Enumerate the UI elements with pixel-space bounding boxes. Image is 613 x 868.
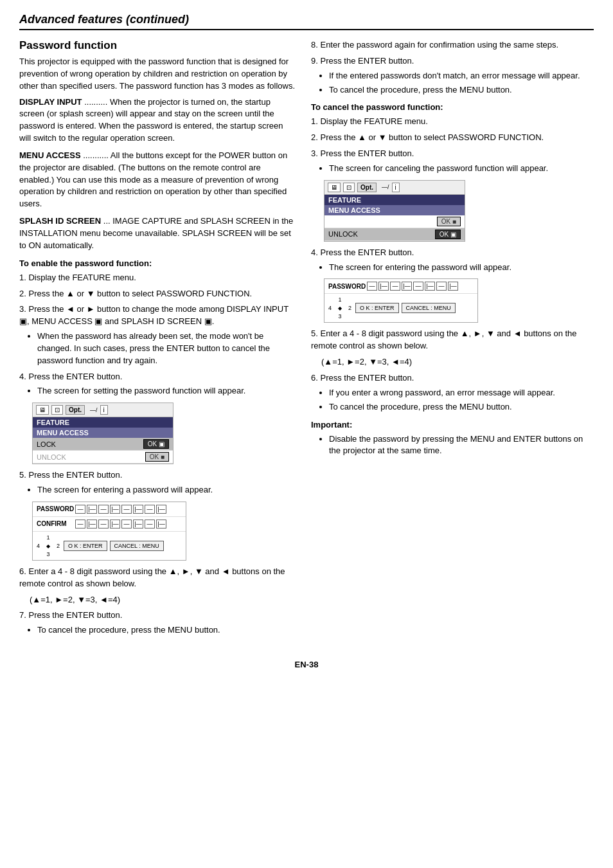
step-3-bullet: When the password has already been set, … (37, 330, 296, 367)
menu-icon-display: 🖥 (36, 405, 49, 415)
cancel-heading: To cancel the password function: (311, 102, 594, 112)
pwd-label-password: PASSWORD (37, 505, 75, 512)
pwd-box-c: |— (402, 282, 412, 291)
step-7-bullet: To cancel the procedure, press the MENU … (37, 624, 296, 637)
pwd-row-password: PASSWORD — |— — |— — |— — |— (33, 502, 186, 517)
cancel-step-3: 3. Press the ENTER button. The screen fo… (311, 148, 594, 175)
enable-steps-6-7: 6. Enter a 4 - 8 digit password using th… (19, 566, 296, 637)
menu-unlock-label: UNLOCK (37, 453, 66, 461)
pwd-box: |— (87, 520, 97, 529)
arrow-cross: 1 4 ◆ 2 3 (37, 534, 60, 557)
pwd-box-c: — (367, 282, 377, 291)
menu-icon-display-r: 🖥 (328, 183, 341, 192)
cancel-steps-cont: 4. Press the ENTER button. The screen fo… (311, 247, 594, 274)
cancel-step-6-bullet-2: To cancel the procedure, press the MENU … (329, 401, 594, 413)
enable-heading: To enable the password function: (19, 258, 296, 268)
page-number: EN-38 (19, 660, 594, 669)
cancel-steps-5-6: 5. Enter a 4 - 8 digit password using th… (311, 328, 594, 413)
pwd-box: |— (110, 520, 120, 529)
menu-lock-row: LOCK OK ▣ (33, 438, 173, 451)
pwd-row-confirm: CONFIRM — |— — |— — |— — |— (33, 517, 186, 532)
step-1: 1. Display the FEATURE menu. (19, 272, 296, 284)
cancel-step-6: 6. Press the ENTER button. If you enter … (311, 372, 594, 413)
enable-steps-cont: 5. Press the ENTER button. The screen fo… (19, 469, 296, 496)
pwd-box-c: — (390, 282, 400, 291)
important-heading: Important: (311, 420, 594, 429)
step-5: 5. Press the ENTER button. The screen fo… (19, 469, 296, 496)
cancel-step-4: 4. Press the ENTER button. The screen fo… (311, 247, 594, 274)
pwd-box: — (145, 520, 155, 529)
menu-unlock-ok-r: OK ▣ (435, 230, 461, 239)
left-column: Password function This projector is equi… (19, 39, 296, 640)
cancel-step-1: 1. Display the FEATURE menu. (311, 116, 594, 128)
arrow-cross-cancel: 1 4 ◆ 2 3 (328, 296, 351, 320)
menu-lock-ok-r: OK ■ (437, 217, 461, 226)
pwd-box: — (75, 505, 85, 514)
menu-diagram-cancel: 🖥 ⊡ Opt. —/ i FEATURE MENU ACCESS OK ■ U… (324, 180, 465, 242)
pwd-controls-1: 1 4 ◆ 2 3 O K : ENTER CANCEL : MENU (33, 532, 186, 560)
cancel-step-formula: (▲=1, ►=2, ▼=3, ◄=4) (311, 356, 594, 368)
mode-menu-access: MENU ACCESS ........... All the buttons … (19, 150, 296, 210)
intro-text: This projector is equipped with the pass… (19, 56, 296, 93)
menu-icon-opt: Opt. (66, 405, 85, 415)
mode-display-input: DISPLAY INPUT .......... When the projec… (19, 96, 296, 145)
step-6: 6. Enter a 4 - 8 digit password using th… (19, 566, 296, 590)
pwd-box: |— (110, 505, 120, 514)
step-9: 9. Press the ENTER button. If the entere… (311, 55, 594, 96)
cancel-menu-btn-cancel: CANCEL : MENU (402, 303, 456, 313)
mode-splash-id: SPLASH ID SCREEN ... IMAGE CAPTURE and S… (19, 215, 296, 252)
menu-diagram-1: 🖥 ⊡ Opt. —/ i FEATURE MENU ACCESS LOCK O… (32, 402, 173, 464)
cancel-step-3-bullet: The screen for canceling the password fu… (329, 163, 594, 175)
ctrl-btns-cancel: O K : ENTER CANCEL : MENU (355, 303, 456, 313)
cancel-step-6-bullet-1: If you enter a wrong password, an error … (329, 387, 594, 399)
cancel-step-2: 2. Press the ▲ or ▼ button to select PAS… (311, 132, 594, 144)
menu-feature-label: FEATURE (33, 417, 173, 428)
menu-icon-info-r: i (392, 183, 400, 192)
cancel-steps: 1. Display the FEATURE menu. 2. Press th… (311, 116, 594, 174)
menu-unlock-label-r: UNLOCK (328, 230, 358, 238)
ok-enter-btn-cancel: O K : ENTER (355, 303, 399, 313)
menu-icon-opt-r: Opt. (357, 183, 377, 192)
cancel-menu-btn: CANCEL : MENU (110, 541, 164, 551)
pwd-box-c: |— (425, 282, 435, 291)
menu-icon-monitor: ⊡ (51, 405, 63, 415)
pwd-row-cancel: PASSWORD — |— — |— — |— — |— (324, 279, 477, 294)
pwd-box: — (121, 520, 132, 529)
step-2: 2. Press the ▲ or ▼ button to select PAS… (19, 288, 296, 300)
pwd-box-c: — (413, 282, 423, 291)
menu-unlock-row: UNLOCK OK ■ (33, 451, 173, 464)
section-title: Password function (19, 39, 296, 52)
ok-enter-btn: O K : ENTER (64, 541, 107, 551)
step-5-bullet: The screen for entering a password will … (37, 484, 296, 496)
pwd-box: — (145, 505, 155, 514)
pwd-label-cancel: PASSWORD (328, 283, 367, 290)
menu-unlock-row-r: UNLOCK OK ▣ (324, 228, 465, 241)
menu-feature-label-r: FEATURE (324, 195, 465, 205)
step-4-bullet: The screen for setting the password func… (37, 385, 296, 397)
pwd-box-c: — (436, 282, 447, 291)
enable-steps: 1. Display the FEATURE menu. 2. Press th… (19, 272, 296, 398)
step-7: 7. Press the ENTER button. To cancel the… (19, 610, 296, 637)
menu-lock-ok: OK ▣ (143, 439, 169, 449)
pwd-boxes-password: — |— — |— — |— — |— (75, 505, 166, 514)
menu-icon-info: i (100, 405, 108, 415)
steps-continued: 8. Enter the password again for confirma… (311, 39, 594, 96)
step-4: 4. Press the ENTER button. The screen fo… (19, 371, 296, 398)
step-3: 3. Press the ◄ or ► button to change the… (19, 303, 296, 366)
pwd-box: — (121, 505, 132, 514)
step-8: 8. Enter the password again for confirma… (311, 39, 594, 51)
important-bullets: Disable the password by pressing the MEN… (311, 433, 594, 458)
pwd-box: |— (87, 505, 97, 514)
menu-icon-monitor-r: ⊡ (343, 183, 355, 192)
menu-lock-row-r: OK ■ (324, 215, 465, 228)
pwd-box: |— (133, 520, 143, 529)
right-column: 8. Enter the password again for confirma… (311, 39, 594, 640)
menu-access-label: MENU ACCESS (33, 428, 173, 438)
menu-lock-label: LOCK (37, 440, 56, 448)
pwd-diagram-cancel: PASSWORD — |— — |— — |— — |— 1 4 ◆ 2 (324, 278, 478, 323)
pwd-box: — (98, 520, 109, 529)
pwd-box-c: |— (448, 282, 458, 291)
pwd-box: |— (156, 520, 166, 529)
menu-unlock-ok: OK ■ (145, 452, 169, 462)
pwd-boxes-cancel: — |— — |— — |— — |— (367, 282, 458, 291)
